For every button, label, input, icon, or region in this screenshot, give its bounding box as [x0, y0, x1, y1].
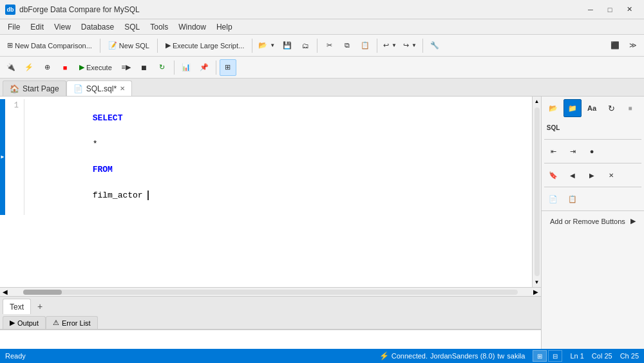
tab-sql-close[interactable]: ✕: [120, 85, 125, 92]
explain-icon: 📊: [182, 63, 191, 71]
add-remove-arrow: ▶: [630, 217, 636, 225]
connect-button[interactable]: 🔌: [3, 59, 19, 76]
rp-file2-button[interactable]: 📋: [564, 190, 582, 208]
copy-button[interactable]: ⧉: [339, 37, 355, 54]
rp-font-button[interactable]: 📁: [564, 99, 582, 117]
execute-script-icon: ▶: [166, 41, 171, 50]
rp-clear-bookmark-button[interactable]: ✕: [602, 166, 620, 184]
menu-sql[interactable]: SQL: [119, 21, 145, 33]
rp-sep-3: [544, 187, 641, 187]
status-bar-right: ⚡ Connected. JordanSanders (8.0) tw saki…: [379, 350, 639, 362]
new-comparison-icon: ⊞: [7, 41, 13, 50]
sql-tab-icon: 📄: [73, 84, 83, 93]
tools-button[interactable]: 🔧: [426, 37, 443, 54]
grid-view-button[interactable]: ⊞: [220, 59, 236, 76]
toolbar-2: 🔌 ⚡ ⊕ ■ ▶ Execute ≡▶ ⏹ ↻ 📊 📌 ⊞: [0, 57, 644, 79]
rp-refresh-button[interactable]: ↻: [602, 99, 620, 117]
db2-label: sakila: [507, 352, 525, 360]
stop-button[interactable]: ■: [57, 59, 73, 76]
editor-content[interactable]: ▶ 1 SELECT * FROM film_actor: [0, 97, 532, 287]
hscroll-thumb[interactable]: [23, 290, 62, 295]
error-list-tab[interactable]: ⚠ Error List: [46, 316, 98, 329]
toolbar-1: ⊞ New Data Comparison... 📝 New SQL ▶ Exe…: [0, 35, 644, 57]
rp-bookmark-button[interactable]: 🔖: [544, 166, 562, 184]
panel-toggle-button[interactable]: ⬛: [607, 37, 623, 54]
rp-indent-right-button[interactable]: ⇥: [564, 142, 582, 160]
window-controls[interactable]: ─ □ ✕: [581, 0, 639, 19]
undo-icon: ↩: [383, 41, 389, 50]
rp-folder-button[interactable]: 📂: [544, 99, 562, 117]
pin-icon: 📌: [200, 63, 209, 71]
line-content-1[interactable]: SELECT * FROM film_actor: [30, 99, 532, 215]
save-button[interactable]: 💾: [279, 37, 296, 54]
refresh2-icon: ↻: [159, 63, 165, 71]
rp-aa-button[interactable]: Aa: [583, 99, 601, 117]
save-all-button[interactable]: 🗂: [297, 37, 314, 54]
rp-format-button[interactable]: ≡: [621, 99, 639, 117]
close-button[interactable]: ✕: [620, 0, 639, 19]
db1-label: tw: [497, 352, 504, 360]
add-tab-button[interactable]: +: [32, 299, 48, 314]
rp-file-button[interactable]: 📄: [544, 190, 562, 208]
tab-sql[interactable]: 📄 SQL.sql* ✕: [66, 80, 132, 96]
undo-button[interactable]: ↩ ▼: [381, 37, 399, 54]
horizontal-scrollbar[interactable]: ◀ ▶: [0, 287, 541, 296]
open-button[interactable]: 📂 ▼: [256, 37, 278, 54]
menu-database[interactable]: Database: [76, 21, 119, 33]
tab-sql-label: SQL.sql*: [86, 84, 117, 93]
add-remove-buttons[interactable]: Add or Remove Buttons ▶: [544, 214, 641, 228]
vertical-scrollbar[interactable]: ▲ ▼: [532, 97, 541, 287]
new-connection-button[interactable]: ⊕: [39, 59, 55, 76]
menu-window[interactable]: Window: [173, 21, 211, 33]
maximize-button[interactable]: □: [600, 0, 620, 19]
scroll-up-button[interactable]: ▲: [533, 97, 541, 106]
output-tab[interactable]: ▶ Output: [3, 316, 46, 329]
execute-options-icon: ≡▶: [122, 63, 131, 71]
rp-sep-2: [544, 163, 641, 163]
redo-dropdown-arrow: ▼: [412, 42, 417, 48]
toolbar-sep-6: [422, 39, 423, 53]
output-panel: [0, 330, 541, 349]
view-btn-2[interactable]: ⊟: [548, 350, 562, 362]
bottom-tab-text[interactable]: Text: [3, 299, 31, 314]
rp-next-bookmark-button[interactable]: ▶: [583, 166, 601, 184]
refresh2-button[interactable]: ↻: [154, 59, 171, 76]
minimize-button[interactable]: ─: [581, 0, 600, 19]
hscroll-left-button[interactable]: ◀: [0, 288, 10, 295]
tab-start-page[interactable]: 🏠 Start Page: [3, 80, 66, 96]
toolbar2-sep-1: [174, 60, 175, 75]
right-panel-toolbar: 📂 📁 Aa ↻ ≡ SQL ⇤ ⇥ ● 🔖 ◀ ▶ ✕ 📄 📋: [542, 97, 644, 211]
output-icon: ▶: [10, 319, 15, 327]
cut-button[interactable]: ✂: [321, 37, 337, 54]
pin-button[interactable]: 📌: [196, 59, 213, 76]
hscroll-track: [23, 290, 518, 295]
execute-button[interactable]: ▶ Execute: [75, 59, 117, 76]
menu-tools[interactable]: Tools: [145, 21, 173, 33]
rp-indent-left-button[interactable]: ⇤: [544, 142, 562, 160]
menu-file[interactable]: File: [3, 21, 25, 33]
menu-view[interactable]: View: [49, 21, 76, 33]
rp-dot-button[interactable]: ●: [583, 142, 601, 160]
rp-prev-bookmark-button[interactable]: ◀: [564, 166, 582, 184]
new-comparison-button[interactable]: ⊞ New Data Comparison...: [3, 37, 97, 54]
rp-sep-1: [544, 139, 641, 140]
new-sql-button[interactable]: 📝 New SQL: [104, 37, 154, 54]
disconnect-button[interactable]: ⚡: [21, 59, 37, 76]
menu-help[interactable]: Help: [211, 21, 238, 33]
rp-sql-button[interactable]: SQL: [544, 118, 562, 136]
more-button[interactable]: ≫: [625, 37, 641, 54]
execute-options-button[interactable]: ≡▶: [118, 59, 135, 76]
output-tab-bar: ▶ Output ⚠ Error List: [0, 314, 541, 330]
view-btn-1[interactable]: ⊞: [533, 350, 547, 362]
redo-button[interactable]: ↪ ▼: [401, 37, 419, 54]
hscroll-right-button[interactable]: ▶: [531, 288, 541, 295]
execute-large-script-button[interactable]: ▶ Execute Large Script...: [161, 37, 249, 54]
scroll-down-button[interactable]: ▼: [533, 277, 541, 287]
explain-button[interactable]: 📊: [178, 59, 194, 76]
toolbar-sep-3: [252, 39, 252, 53]
menu-edit[interactable]: Edit: [25, 21, 49, 33]
stop2-button[interactable]: ⏹: [136, 59, 153, 76]
ln-label: Ln 1: [570, 352, 583, 360]
toolbar-sep-2: [157, 39, 158, 53]
paste-button[interactable]: 📋: [357, 37, 374, 54]
